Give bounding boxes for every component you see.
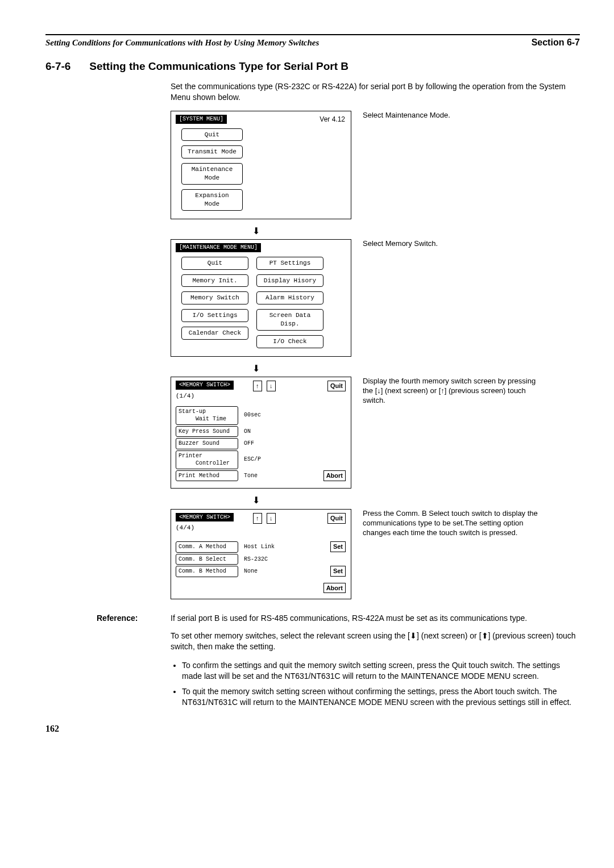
maintenance-mode-button[interactable]: Maintenance Mode (181, 163, 243, 185)
expansion-mode-button[interactable]: Expansion Mode (181, 189, 243, 211)
comm-b-method-button[interactable]: Comm. B Method (176, 566, 238, 577)
memory-switch-1-4-screen: <MEMORY SWITCH> (1/4) ↑ ↓ Quit Start-up … (171, 377, 351, 489)
memory-init-button[interactable]: Memory Init. (181, 274, 248, 287)
flow-arrow-icon: ⬇ (171, 225, 341, 237)
display-history-button[interactable]: Display Hisory (256, 274, 323, 287)
io-check-button[interactable]: I/O Check (256, 335, 323, 348)
pt-settings-button[interactable]: PT Settings (256, 257, 323, 270)
buzzer-sound-value: OFF (244, 440, 254, 448)
screen3-page: (1/4) (176, 393, 194, 399)
up-arrow-button[interactable]: ↑ (253, 381, 262, 391)
flow-arrow-icon: ⬇ (171, 362, 341, 375)
reference-text: If serial port B is used for RS-485 comm… (171, 613, 527, 624)
reference-label: Reference: (97, 613, 165, 624)
running-header: Setting Conditions for Communications wi… (45, 36, 580, 49)
screen2-title: [MAINTENANCE MODE MENU] (176, 243, 261, 252)
flow-arrow-icon: ⬇ (171, 494, 341, 507)
section-title-text: Setting the Communications Type for Seri… (89, 60, 349, 72)
set-button[interactable]: Set (330, 566, 346, 577)
header-right: Section 6-7 (532, 36, 580, 49)
body-paragraph: To set other memory switches, select the… (171, 631, 580, 652)
io-settings-button[interactable]: I/O Settings (181, 309, 248, 322)
memory-switch-button[interactable]: Memory Switch (181, 291, 248, 304)
section-number: 6-7-6 (45, 59, 86, 74)
system-menu-screen: [SYSTEM MENU] Ver 4.12 Quit Transmit Mod… (171, 111, 351, 219)
intro-paragraph: Set the communications type (RS-232C or … (171, 81, 580, 103)
screen1-caption: Select Maintenance Mode. (363, 111, 545, 120)
section-heading: 6-7-6 Setting the Communications Type fo… (45, 59, 580, 74)
start-up-wait-time-label: Start-up Wait Time (176, 406, 238, 425)
comm-a-method-value: Host Link (244, 543, 275, 551)
screen-data-disp-button[interactable]: Screen Data Disp. (256, 309, 323, 331)
quit-button[interactable]: Quit (181, 128, 243, 141)
comm-b-method-value: None (244, 567, 258, 575)
header-left: Setting Conditions for Communications wi… (45, 37, 319, 48)
screen1-title: [SYSTEM MENU] (176, 115, 227, 124)
quit-button[interactable]: Quit (327, 381, 346, 391)
calendar-check-button[interactable]: Calendar Check (181, 327, 248, 340)
buzzer-sound-button[interactable]: Buzzer Sound (176, 438, 238, 449)
printer-controller-label: Printer Controller (176, 450, 238, 469)
comm-b-select-button[interactable]: Comm. B Select (176, 554, 238, 565)
abort-button[interactable]: Abort (323, 583, 346, 594)
quit-button[interactable]: Quit (181, 257, 248, 270)
quit-button[interactable]: Quit (327, 513, 346, 524)
screen4-title: <MEMORY SWITCH> (176, 513, 234, 522)
comm-b-select-value: RS-232C (244, 556, 268, 564)
bullet-item: To confirm the settings and quit the mem… (182, 660, 580, 682)
up-arrow-button[interactable]: ↑ (253, 513, 262, 524)
memory-switch-4-4-screen: <MEMORY SWITCH> (4/4) ↑ ↓ Quit Comm. A M… (171, 509, 351, 600)
key-press-sound-value: ON (244, 428, 251, 436)
transmit-mode-button[interactable]: Transmit Mode (181, 145, 243, 158)
page-number: 162 (45, 723, 580, 735)
down-arrow-button[interactable]: ↓ (267, 381, 276, 391)
down-arrow-button[interactable]: ↓ (267, 513, 276, 524)
print-method-value: Tone (244, 472, 258, 480)
screen2-caption: Select Memory Switch. (363, 239, 545, 249)
screen4-caption: Press the Comm. B Select touch switch to… (363, 509, 545, 538)
comm-a-method-button[interactable]: Comm. A Method (176, 541, 238, 553)
screen3-title: <MEMORY SWITCH> (176, 381, 234, 390)
screen4-page: (4/4) (176, 524, 194, 531)
printer-controller-value: ESC/P (244, 456, 261, 464)
print-method-button[interactable]: Print Method (176, 470, 238, 482)
key-press-sound-button[interactable]: Key Press Sound (176, 426, 238, 437)
start-up-wait-time-value: 00sec (244, 411, 261, 419)
version-label: Ver 4.12 (320, 115, 345, 124)
alarm-history-button[interactable]: Alarm History (256, 291, 323, 304)
bullet-item: To quit the memory switch setting screen… (182, 686, 580, 708)
set-button[interactable]: Set (330, 541, 346, 552)
screen3-caption: Display the fourth memory switch screen … (363, 377, 545, 406)
abort-button[interactable]: Abort (323, 470, 346, 481)
maintenance-mode-menu-screen: [MAINTENANCE MODE MENU] Quit Memory Init… (171, 239, 351, 357)
